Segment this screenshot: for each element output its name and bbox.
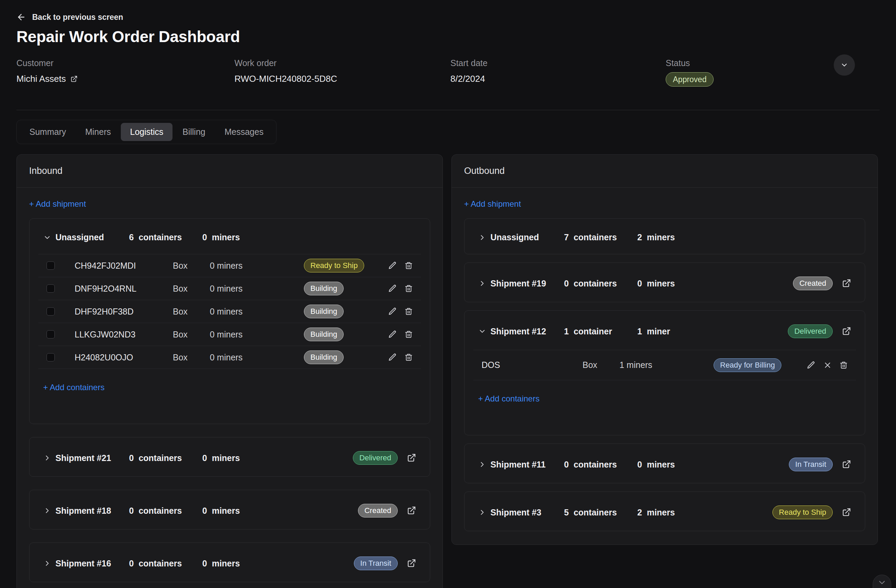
row-status: Building <box>304 305 388 318</box>
card-header[interactable]: Unassigned6containers0miners <box>38 219 421 254</box>
external-link-icon[interactable] <box>407 559 416 568</box>
pencil-icon[interactable] <box>388 261 397 270</box>
container-miners: 0 miners <box>210 330 304 340</box>
tab-billing[interactable]: Billing <box>173 123 215 141</box>
card-header[interactable]: Unassigned7containers2miners <box>473 219 856 254</box>
row-checkbox[interactable] <box>47 262 55 270</box>
row-actions <box>388 307 413 316</box>
containers-count: 0containers <box>129 453 202 463</box>
container-row: CH942FJ02MDIBox0 minersReady to Ship <box>38 254 421 277</box>
card-header[interactable]: Shipment #190containers0minersCreated <box>473 263 856 302</box>
containers-count: 5containers <box>564 507 637 518</box>
container-type: Box <box>173 307 210 317</box>
external-link-icon[interactable] <box>407 506 416 515</box>
chevron-right-icon[interactable] <box>478 508 486 516</box>
tab-summary[interactable]: Summary <box>20 123 75 141</box>
status-badge: Delivered <box>788 324 833 338</box>
row-checkbox[interactable] <box>47 353 55 361</box>
external-link-icon[interactable] <box>407 453 416 463</box>
card-name: Shipment #11 <box>491 460 564 469</box>
row-actions <box>807 361 848 370</box>
card-header[interactable]: Shipment #121container1minerDelivered <box>473 311 856 350</box>
chevron-right-icon[interactable] <box>43 559 51 567</box>
row-checkbox[interactable] <box>47 330 55 338</box>
container-miners: 0 miners <box>210 261 304 271</box>
container-type: Box <box>173 261 210 271</box>
miners-count: 0miners <box>202 506 264 516</box>
chevron-right-icon[interactable] <box>478 460 486 469</box>
trash-icon[interactable] <box>840 361 848 369</box>
pencil-icon[interactable] <box>388 284 397 293</box>
shipment-card: Shipment #35containers2minersReady to Sh… <box>464 492 865 531</box>
field-work-order: Work order RWO-MICH240802-5D8C <box>235 58 450 87</box>
x-icon[interactable] <box>823 361 832 370</box>
external-link-icon[interactable] <box>841 279 851 288</box>
container-miners: 0 miners <box>210 307 304 317</box>
card-header[interactable]: Shipment #35containers2minersReady to Sh… <box>473 492 856 531</box>
chevron-down-icon[interactable] <box>43 233 51 242</box>
card-name: Shipment #21 <box>55 453 129 463</box>
container-type: Box <box>173 330 210 340</box>
chevron-right-icon[interactable] <box>478 233 486 242</box>
field-customer: Customer Michi Assets <box>17 58 235 87</box>
row-checkbox[interactable] <box>47 307 55 315</box>
add-containers-link[interactable]: + Add containers <box>43 382 104 392</box>
pencil-icon[interactable] <box>388 307 397 316</box>
shipment-card: Shipment #210containers0minersDelivered <box>29 437 430 477</box>
back-button[interactable]: Back to previous screen <box>17 12 879 22</box>
chevron-right-icon[interactable] <box>43 507 51 515</box>
shipment-card: Unassigned7containers2miners <box>464 218 865 254</box>
miners-count: 0miners <box>637 460 699 469</box>
trash-icon[interactable] <box>405 353 413 361</box>
trash-icon[interactable] <box>405 285 413 292</box>
container-id: H24082U0OJO <box>75 352 173 363</box>
trash-icon[interactable] <box>405 307 413 315</box>
row-checkbox[interactable] <box>47 285 55 292</box>
shipment-card: Shipment #160containers0minersIn Transit <box>29 542 430 582</box>
customer-value[interactable]: Michi Assets <box>17 73 235 84</box>
pencil-icon[interactable] <box>388 330 397 339</box>
external-link-icon[interactable] <box>841 326 851 336</box>
external-link-icon[interactable] <box>841 460 851 469</box>
shipment-card: Shipment #121container1minerDeliveredDOS… <box>464 311 865 435</box>
card-header[interactable]: Shipment #110containers0minersIn Transit <box>473 444 856 483</box>
card-header[interactable]: Shipment #180containers0minersCreated <box>38 490 421 529</box>
row-status: Building <box>304 282 388 296</box>
tab-miners[interactable]: Miners <box>76 123 120 141</box>
page-header: Back to previous screen Repair Work Orde… <box>0 0 896 110</box>
miners-count: 0miners <box>637 279 699 288</box>
external-link-icon[interactable] <box>70 75 78 83</box>
chevron-down-icon[interactable] <box>478 327 486 335</box>
container-id: DOS <box>482 360 582 370</box>
card-name: Shipment #18 <box>55 506 129 516</box>
status-badge: Building <box>304 305 344 318</box>
inbound-panel-title: Inbound <box>17 155 442 187</box>
trash-icon[interactable] <box>405 330 413 338</box>
card-spacer <box>473 404 856 435</box>
collapse-header-button[interactable] <box>834 55 855 76</box>
card-name: Unassigned <box>55 232 129 242</box>
chevron-right-icon[interactable] <box>43 454 51 462</box>
status-badge: Ready to Ship <box>773 506 833 519</box>
miners-count: 1miner <box>637 326 699 337</box>
container-row: H24082U0OJOBox0 minersBuilding <box>38 346 421 369</box>
pencil-icon[interactable] <box>388 353 397 362</box>
add-containers-link[interactable]: + Add containers <box>478 394 539 404</box>
card-header[interactable]: Shipment #210containers0minersDelivered <box>38 437 421 477</box>
pencil-icon[interactable] <box>807 361 815 370</box>
outbound-add-shipment-link[interactable]: + Add shipment <box>464 199 521 209</box>
inbound-add-shipment-link[interactable]: + Add shipment <box>29 199 86 209</box>
trash-icon[interactable] <box>405 262 413 270</box>
tab-messages[interactable]: Messages <box>215 123 273 141</box>
external-link-icon[interactable] <box>841 507 851 517</box>
container-id: LLKGJW02ND3 <box>75 330 173 340</box>
edit-status-pencil-icon[interactable] <box>721 74 731 85</box>
container-row: LLKGJW02ND3Box0 minersBuilding <box>38 323 421 346</box>
chevron-right-icon[interactable] <box>478 279 486 288</box>
card-header[interactable]: Shipment #160containers0minersIn Transit <box>38 543 421 582</box>
status-badge: Ready to Ship <box>304 259 364 273</box>
main-content: Inbound+ Add shipmentUnassigned6containe… <box>0 154 896 588</box>
page-title: Repair Work Order Dashboard <box>17 27 879 46</box>
containers-count: 0containers <box>129 506 202 516</box>
tab-logistics[interactable]: Logistics <box>121 123 172 141</box>
